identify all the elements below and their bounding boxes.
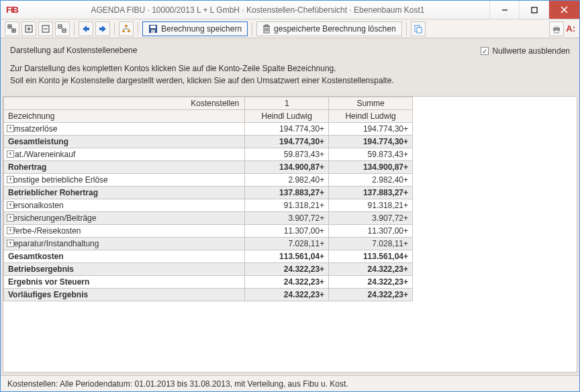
delete-calculation-label: gespeicherte Berechnung löschen [274, 24, 395, 34]
toolbar-separator [252, 22, 252, 36]
row-value-sum[interactable]: 24.322,23+ [329, 276, 413, 289]
row-label[interactable]: +Versicherungen/Beiträge [4, 212, 245, 225]
close-button[interactable] [548, 1, 579, 19]
row-value-1[interactable]: 194.774,30+ [245, 136, 329, 148]
col-header-bezeichnung[interactable]: Bezeichnung [4, 110, 245, 123]
table-row[interactable]: Betriebsergebnis24.322,23+24.322,23+ [4, 263, 413, 276]
tree-button[interactable] [119, 21, 134, 36]
table-row[interactable]: +Werbe-/Reisekosten11.307,00+11.307,00+ [4, 225, 413, 238]
row-value-sum[interactable]: 194.774,30+ [329, 123, 413, 136]
row-label[interactable]: Ergebnis vor Steuern [4, 276, 245, 289]
table-row[interactable]: Gesamtleistung194.774,30+194.774,30+ [4, 136, 413, 148]
row-label[interactable]: +Werbe-/Reisekosten [4, 225, 245, 238]
grid: Kostenstellen 1 Summe Bezeichnung Heindl… [3, 96, 577, 373]
collapse-all-button[interactable] [55, 21, 70, 36]
row-label[interactable]: Gesamtleistung [4, 136, 245, 148]
table-row[interactable]: Rohertrag134.900,87+134.900,87+ [4, 161, 413, 174]
row-value-sum[interactable]: 2.982,40+ [329, 174, 413, 187]
row-value-1[interactable]: 113.561,04+ [245, 250, 329, 263]
row-label[interactable]: +Personalkosten [4, 199, 245, 212]
table-row[interactable]: Ergebnis vor Steuern24.322,23+24.322,23+ [4, 276, 413, 289]
row-label[interactable]: +Mat./Wareneinkauf [4, 148, 245, 161]
expand-all-icon [7, 24, 17, 34]
col-subheader-1[interactable]: Heindl Ludwig [245, 110, 329, 123]
row-label-text: Umsatzerlöse [8, 124, 57, 134]
table-row[interactable]: +Reparatur/Instandhaltung7.028,11+7.028,… [4, 238, 413, 250]
row-value-1[interactable]: 24.322,23+ [245, 276, 329, 289]
row-value-sum[interactable]: 134.900,87+ [329, 161, 413, 174]
row-label[interactable]: Betrieblicher Rohertrag [4, 187, 245, 199]
row-value-1[interactable]: 194.774,30+ [245, 123, 329, 136]
row-label[interactable]: +Sonstige betriebliche Erlöse [4, 174, 245, 187]
expand-icon[interactable]: + [7, 176, 14, 183]
col-header-summe[interactable]: Summe [329, 97, 413, 110]
row-label[interactable]: Gesamtkosten [4, 250, 245, 263]
expand-icon[interactable]: + [7, 214, 14, 222]
row-value-1[interactable]: 24.322,23+ [245, 289, 329, 301]
row-label-text: Mat./Wareneinkauf [8, 150, 75, 159]
col-subheader-summe[interactable]: Heindl Ludwig [329, 110, 413, 123]
row-value-sum[interactable]: 24.322,23+ [329, 289, 413, 301]
ax-label[interactable]: A: [566, 21, 575, 36]
table-row[interactable]: +Sonstige betriebliche Erlöse2.982,40+2.… [4, 174, 413, 187]
nav-forward-button[interactable] [95, 21, 110, 36]
row-value-1[interactable]: 137.883,27+ [245, 187, 329, 199]
row-value-1[interactable]: 3.907,72+ [245, 212, 329, 225]
arrow-right-icon [98, 25, 107, 33]
minimize-button[interactable] [489, 1, 519, 19]
row-value-1[interactable]: 91.318,21+ [245, 199, 329, 212]
col-header-1[interactable]: 1 [245, 97, 329, 110]
nav-back-button[interactable] [79, 21, 93, 36]
row-label[interactable]: Vorläufiges Ergebnis [4, 289, 245, 301]
nullwerte-checkbox[interactable]: ✓ Nullwerte ausblenden [481, 46, 570, 56]
svg-rect-40 [554, 26, 559, 28]
row-label[interactable]: Rohertrag [4, 161, 245, 174]
svg-rect-20 [99, 28, 103, 30]
delete-calculation-button[interactable]: gespeicherte Berechnung löschen [256, 21, 401, 36]
table-row[interactable]: +Versicherungen/Beiträge3.907,72+3.907,7… [4, 212, 413, 225]
expand-icon[interactable]: + [7, 201, 14, 209]
svg-rect-33 [265, 25, 268, 26]
row-value-sum[interactable]: 3.907,72+ [329, 212, 413, 225]
collapse-button[interactable] [38, 21, 53, 36]
col-header-kostenstellen[interactable]: Kostenstellen [4, 97, 245, 110]
save-calculation-button[interactable]: Berechnung speichern [142, 21, 248, 36]
toolbar-separator [138, 22, 138, 36]
expand-icon[interactable]: + [7, 125, 14, 132]
row-value-1[interactable]: 7.028,11+ [245, 238, 329, 250]
maximize-button[interactable] [519, 1, 548, 19]
row-value-1[interactable]: 2.982,40+ [245, 174, 329, 187]
row-value-1[interactable]: 59.873,43+ [245, 148, 329, 161]
row-label[interactable]: +Umsatzerlöse [4, 123, 245, 136]
row-value-sum[interactable]: 137.883,27+ [329, 187, 413, 199]
table-row[interactable]: Gesamtkosten113.561,04+113.561,04+ [4, 250, 413, 263]
row-value-sum[interactable]: 91.318,21+ [329, 199, 413, 212]
table-row[interactable]: +Personalkosten91.318,21+91.318,21+ [4, 199, 413, 212]
row-label-text: Ergebnis vor Steuern [8, 277, 89, 287]
table-row[interactable]: Vorläufiges Ergebnis24.322,23+24.322,23+ [4, 289, 413, 301]
row-value-sum[interactable]: 194.774,30+ [329, 136, 413, 148]
row-value-sum[interactable]: 59.873,43+ [329, 148, 413, 161]
row-value-sum[interactable]: 113.561,04+ [329, 250, 413, 263]
row-value-sum[interactable]: 11.307,00+ [329, 225, 413, 238]
row-value-1[interactable]: 134.900,87+ [245, 161, 329, 174]
row-value-1[interactable]: 11.307,00+ [245, 225, 329, 238]
table-row[interactable]: +Umsatzerlöse194.774,30+194.774,30+ [4, 123, 413, 136]
row-label-text: Werbe-/Reisekosten [8, 226, 81, 236]
expand-icon[interactable]: + [7, 227, 14, 234]
expand-icon[interactable]: + [7, 240, 14, 247]
table-row[interactable]: +Mat./Wareneinkauf59.873,43+59.873,43+ [4, 148, 413, 161]
toolbar: Berechnung speichern gespeicherte Berech… [1, 19, 579, 38]
row-value-sum[interactable]: 24.322,23+ [329, 263, 413, 276]
row-label[interactable]: Betriebsergebnis [4, 263, 245, 276]
expand-button[interactable] [21, 21, 36, 36]
row-label[interactable]: +Reparatur/Instandhaltung [4, 238, 245, 250]
copy-button[interactable] [411, 21, 426, 36]
row-value-1[interactable]: 24.322,23+ [245, 263, 329, 276]
row-value-sum[interactable]: 7.028,11+ [329, 238, 413, 250]
expand-all-button[interactable] [5, 21, 19, 36]
expand-icon[interactable]: + [7, 150, 14, 158]
table-row[interactable]: Betrieblicher Rohertrag137.883,27+137.88… [4, 187, 413, 199]
print-button[interactable] [549, 21, 564, 36]
app-icon: FIB [6, 5, 26, 15]
